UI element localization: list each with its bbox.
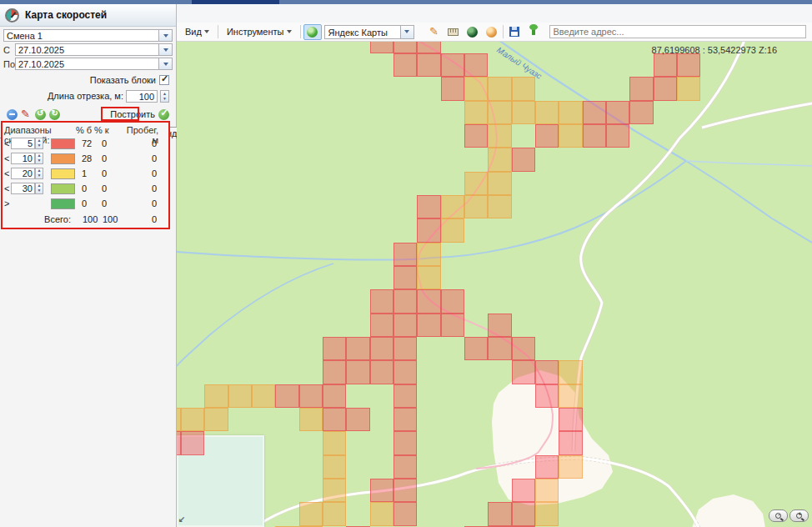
- speed-cell: [559, 384, 582, 408]
- segment-length-input[interactable]: 100: [126, 90, 158, 103]
- redo-button[interactable]: [49, 109, 60, 120]
- speed-cell: [512, 360, 535, 384]
- map-provider-select[interactable]: Яндекс Карты: [324, 25, 414, 39]
- view-menu-button[interactable]: Вид: [179, 24, 215, 39]
- toolbar-separator: [503, 25, 504, 38]
- speed-cell: [393, 53, 417, 77]
- save-button[interactable]: [506, 24, 523, 40]
- remove-button[interactable]: [7, 109, 18, 120]
- speed-cell: [535, 384, 559, 408]
- save-icon: [509, 27, 519, 37]
- speed-cell: [323, 384, 346, 408]
- threshold-stepper[interactable]: ▲▼: [35, 183, 43, 194]
- date-from-field[interactable]: 27.10.2025: [15, 43, 173, 56]
- speed-cell: [417, 53, 440, 77]
- speed-cell: [393, 479, 417, 502]
- speed-cell: [535, 360, 559, 384]
- left-panel: Карта скоростей Смена 1 С 27.10.2025 По …: [0, 4, 177, 527]
- speed-cell: [535, 455, 559, 479]
- legend-rows: <5▲▼7200<10▲▼2800<20▲▼100<30▲▼000>000: [4, 136, 167, 211]
- speed-cell: [559, 431, 582, 454]
- threshold-stepper[interactable]: ▲▼: [35, 168, 43, 179]
- date-to-field[interactable]: 27.10.2025: [15, 58, 173, 70]
- placemark-button[interactable]: [525, 24, 542, 40]
- speed-cell: [370, 479, 393, 502]
- speed-cell: [417, 195, 440, 218]
- speed-cell: [370, 42, 393, 53]
- range-operator: <: [4, 138, 11, 148]
- measure-tool-button[interactable]: [445, 24, 462, 40]
- legend-total-row: Всего: 100 100 0: [4, 213, 167, 226]
- legend-total-label: Всего:: [4, 214, 76, 224]
- range-pb-value: 1: [82, 168, 102, 178]
- legend-row: <20▲▼100: [4, 166, 167, 181]
- layers-button[interactable]: [464, 24, 481, 40]
- speed-cell: [464, 101, 488, 124]
- collapse-map-icon[interactable]: ↙: [178, 514, 185, 524]
- speed-cell: [559, 124, 582, 148]
- check-icon: [158, 109, 169, 120]
- speed-cell: [417, 42, 440, 53]
- eraser-button[interactable]: [21, 109, 32, 120]
- range-mileage-value: 0: [132, 183, 167, 193]
- amber-globe-icon: [486, 27, 497, 38]
- range-pk-value: 0: [102, 138, 132, 148]
- speed-cell: [488, 77, 511, 100]
- threshold-stepper[interactable]: ▲▼: [35, 153, 43, 164]
- shift-select[interactable]: Смена 1: [3, 29, 173, 42]
- range-mileage-value: 0: [132, 198, 167, 208]
- pencil-icon: ✎: [429, 28, 439, 36]
- date-from-value: 27.10.2025: [16, 44, 158, 55]
- speed-cell: [393, 42, 417, 53]
- zoom-out-icon: -: [775, 513, 781, 519]
- segment-length-stepper[interactable]: ▲▼: [160, 90, 169, 103]
- range-pk-value: 0: [102, 168, 132, 178]
- build-button[interactable]: Построить: [110, 109, 169, 120]
- zoom-in-icon: +: [796, 513, 802, 519]
- chevron-down-icon[interactable]: [158, 30, 172, 41]
- tools-menu-button[interactable]: Инструменты: [221, 24, 298, 39]
- undo-button[interactable]: [35, 109, 46, 120]
- speed-cell: [370, 502, 393, 525]
- base-layer-toggle-button[interactable]: [303, 24, 322, 40]
- speed-cell: [323, 431, 346, 454]
- legend-header-ranges: Диапазоны скоростей:: [4, 125, 76, 136]
- threshold-input[interactable]: 20: [11, 168, 35, 179]
- speed-cell: [417, 218, 440, 242]
- address-search-input[interactable]: [549, 25, 807, 38]
- speed-cell: [393, 337, 417, 360]
- speed-cell: [204, 408, 228, 431]
- zoom-in-button[interactable]: +: [789, 509, 809, 522]
- threshold-input[interactable]: 10: [11, 153, 35, 164]
- range-operator: <: [4, 168, 11, 178]
- speed-cell: [488, 101, 511, 124]
- placemark-icon: [532, 28, 535, 35]
- chevron-down-icon[interactable]: [158, 58, 172, 69]
- speed-cell: [252, 384, 275, 408]
- threshold-input[interactable]: 5: [11, 138, 35, 149]
- draw-tool-button[interactable]: ✎: [426, 24, 443, 40]
- chevron-down-icon[interactable]: [400, 26, 414, 38]
- map-canvas[interactable]: Малый Чуазс 87,6199608 : 53,5422973 Z:16…: [177, 42, 812, 527]
- zoom-out-button[interactable]: -: [769, 509, 788, 522]
- threshold-input[interactable]: 30: [11, 183, 35, 194]
- speed-cell: [559, 455, 582, 479]
- speed-cell: [488, 314, 511, 337]
- range-color-swatch: [51, 198, 75, 209]
- speed-cell: [488, 337, 511, 360]
- chevron-down-icon[interactable]: [158, 44, 172, 55]
- speed-cell: [464, 77, 488, 100]
- show-blocks-checkbox[interactable]: [159, 75, 169, 85]
- speed-cell: [512, 148, 535, 171]
- range-pk-value: 0: [102, 153, 132, 163]
- map-column: Вид Инструменты Яндекс Карты ✎: [177, 4, 812, 527]
- speed-cell: [535, 101, 559, 124]
- legend-row: <5▲▼7200: [4, 136, 167, 151]
- panel-header: Карта скоростей: [0, 4, 176, 27]
- overlay-button[interactable]: [484, 24, 500, 40]
- speed-cell: [654, 53, 677, 77]
- speedometer-icon: [5, 8, 19, 23]
- speed-cell: [629, 101, 653, 124]
- speed-cell: [370, 289, 393, 313]
- threshold-stepper[interactable]: ▲▼: [35, 138, 43, 149]
